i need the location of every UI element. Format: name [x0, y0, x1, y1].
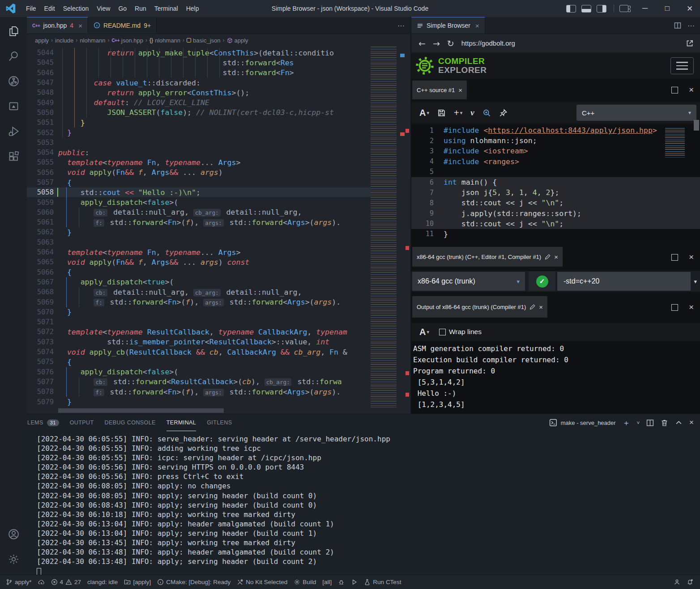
- hamburger-menu-icon[interactable]: [670, 57, 694, 74]
- extensions-icon[interactable]: [3, 145, 24, 167]
- close-icon[interactable]: ×: [475, 22, 479, 30]
- vim-mode-icon[interactable]: v: [470, 108, 474, 118]
- breadcrumb-item-include[interactable]: include: [55, 37, 73, 44]
- close-icon[interactable]: ×: [78, 22, 82, 30]
- accounts-icon[interactable]: [3, 523, 24, 545]
- breadcrumb-item-apply[interactable]: apply: [227, 37, 248, 44]
- status-cmake-kit[interactable]: No Kit Selected: [234, 575, 290, 589]
- tab-README.md[interactable]: README.md9+: [88, 17, 157, 34]
- panel-tab-gitlens[interactable]: GITLENS: [207, 414, 232, 431]
- split-terminal-icon[interactable]: [646, 419, 654, 427]
- run-debug-icon[interactable]: [3, 120, 24, 142]
- url-input[interactable]: https://godbolt.org: [461, 39, 686, 47]
- add-pane-icon[interactable]: +▾: [454, 108, 462, 118]
- language-select[interactable]: C++▾: [576, 105, 696, 121]
- close-icon[interactable]: ×: [554, 253, 558, 261]
- close-icon[interactable]: ×: [539, 303, 543, 311]
- status-sync[interactable]: [35, 575, 48, 589]
- ce-output-console[interactable]: ASM generation compiler returned: 0Execu…: [411, 342, 700, 414]
- ce-compiler-tab[interactable]: x86-64 gcc (trunk) (C++, Editor #1, Comp…: [412, 247, 563, 267]
- status-feedback[interactable]: [670, 575, 683, 589]
- breadcrumb-item-basic_json[interactable]: basic_json: [187, 37, 220, 44]
- panel-tab-terminal[interactable]: TERMINAL: [166, 414, 196, 431]
- close-pane-icon[interactable]: ×: [689, 302, 694, 312]
- search-icon[interactable]: [3, 45, 24, 67]
- customize-layout-icon[interactable]: [619, 5, 628, 12]
- horizontal-scrollbar[interactable]: [58, 408, 224, 413]
- maximize-panel-chevron-icon[interactable]: [675, 419, 683, 427]
- breadcrumb-item-nlohmann[interactable]: nlohmann: [80, 37, 105, 44]
- panel-tab-output[interactable]: OUTPUT: [70, 414, 94, 431]
- status-run-ctest[interactable]: Run CTest: [361, 575, 404, 589]
- save-icon[interactable]: [437, 109, 446, 117]
- settings-gear-icon[interactable]: [3, 548, 24, 570]
- ce-output-tab[interactable]: Output of x86-64 gcc (trunk) (Compiler #…: [412, 296, 547, 318]
- forward-icon[interactable]: →: [433, 38, 440, 48]
- status-problems[interactable]: 427: [48, 575, 85, 589]
- toggle-secondary-sidebar-icon[interactable]: [597, 5, 606, 13]
- menu-terminal[interactable]: Terminal: [150, 3, 182, 14]
- wrap-lines-checkbox[interactable]: [439, 329, 446, 335]
- source-control-icon[interactable]: [3, 70, 24, 92]
- status-clangd-status[interactable]: clangd: idle: [84, 575, 121, 589]
- menu-view[interactable]: View: [93, 3, 114, 14]
- tab-simple-browser[interactable]: Simple Browser ×: [411, 17, 485, 34]
- status-cmake-debug[interactable]: [335, 575, 348, 589]
- open-external-icon[interactable]: [686, 39, 694, 47]
- back-icon[interactable]: ←: [418, 38, 426, 48]
- toggle-sidebar-icon[interactable]: [566, 5, 576, 13]
- ce-source-tab[interactable]: C++ source #1×: [412, 81, 467, 99]
- terminal-output[interactable]: [2022-04-30 06:05:55] INFO: serve_header…: [37, 435, 696, 573]
- ce-source-editor[interactable]: 1#include <https://localhost:8443/apply/…: [411, 125, 700, 241]
- terminal-dropdown-icon[interactable]: ˅: [637, 420, 640, 425]
- close-icon[interactable]: ×: [458, 86, 462, 94]
- maximize-button[interactable]: □: [657, 0, 678, 17]
- close-button[interactable]: ✕: [679, 0, 700, 17]
- compiler-options-input[interactable]: -std=c++20: [557, 272, 691, 291]
- ce-scrollbar[interactable]: [694, 120, 699, 131]
- rename-pencil-icon[interactable]: [529, 304, 535, 310]
- minimize-button[interactable]: ─: [635, 0, 655, 17]
- close-pane-icon[interactable]: ×: [689, 85, 694, 95]
- rename-pencil-icon[interactable]: [545, 254, 551, 260]
- explorer-icon[interactable]: [3, 20, 24, 42]
- compiler-select[interactable]: x86-64 gcc (trunk)▾: [412, 272, 525, 291]
- tab-json.hpp[interactable]: C++json.hpp4×: [27, 17, 88, 34]
- chevron-down-icon[interactable]: ▾: [691, 278, 700, 285]
- test-explorer-icon[interactable]: [3, 95, 24, 117]
- editor-actions-more-icon[interactable]: ⋯: [397, 17, 405, 34]
- status-git-branch[interactable]: apply*: [3, 575, 35, 589]
- maximize-pane-icon[interactable]: [671, 304, 678, 311]
- breadcrumb-item-apply[interactable]: apply: [35, 37, 49, 44]
- panel-tab-debug-console[interactable]: DEBUG CONSOLE: [105, 414, 156, 431]
- font-size-icon[interactable]: A▾: [419, 327, 429, 337]
- toggle-panel-icon[interactable]: [581, 5, 591, 13]
- new-terminal-icon[interactable]: ＋: [623, 418, 630, 428]
- more-actions-icon[interactable]: ⋯: [687, 21, 696, 30]
- terminal-picker[interactable]: make - serve_header: [549, 419, 616, 427]
- menu-help[interactable]: Help: [182, 3, 203, 14]
- status-build-target[interactable]: [all]: [319, 575, 335, 589]
- menu-edit[interactable]: Edit: [40, 3, 59, 14]
- maximize-pane-icon[interactable]: [671, 254, 678, 261]
- status-cmake-build[interactable]: Build: [290, 575, 319, 589]
- breadcrumb-item-nlohmann[interactable]: {}nlohmann: [149, 37, 180, 44]
- font-size-icon[interactable]: A▾: [419, 108, 429, 118]
- close-pane-icon[interactable]: ×: [689, 252, 694, 262]
- menu-run[interactable]: Run: [131, 3, 150, 14]
- kill-terminal-trash-icon[interactable]: [661, 419, 668, 427]
- status-cmake-folder[interactable]: [apply]: [121, 575, 154, 589]
- status-notifications[interactable]: [683, 575, 696, 589]
- zoom-search-icon[interactable]: [482, 109, 491, 117]
- code-editor[interactable]: 5044 return apply_make_tuple<ConstThis>(…: [27, 47, 410, 414]
- close-panel-icon[interactable]: ×: [689, 418, 694, 427]
- reload-icon[interactable]: ↻: [447, 38, 454, 48]
- minimap[interactable]: [371, 47, 405, 407]
- pin-icon[interactable]: [499, 109, 508, 117]
- breadcrumb-item-json.hpp[interactable]: C++json.hpp: [111, 37, 143, 44]
- split-editor-icon[interactable]: [674, 22, 681, 29]
- menu-selection[interactable]: Selection: [59, 3, 93, 14]
- maximize-pane-icon[interactable]: [671, 87, 678, 93]
- status-cmake-status[interactable]: CMake: [Debug]: Ready: [154, 575, 234, 589]
- menu-go[interactable]: Go: [114, 3, 131, 14]
